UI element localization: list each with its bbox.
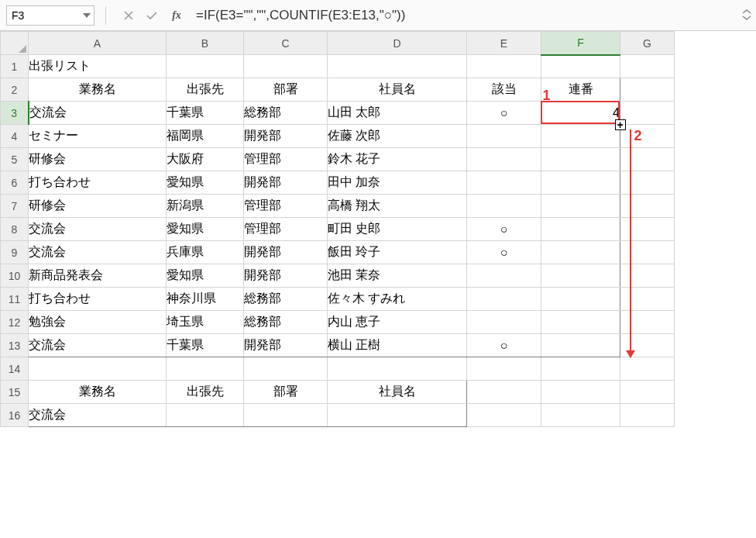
cell-F12[interactable] [541,311,620,334]
cell-F8[interactable] [541,218,620,241]
cell-A10[interactable]: 新商品発表会 [29,264,167,288]
formula-input[interactable]: =IF(E3="","",COUNTIF(E3:E13,"○")) [193,6,756,25]
cell-G9[interactable] [620,241,675,264]
cell-G11[interactable] [620,288,675,311]
column-header-C[interactable]: C [244,32,328,55]
cell-A7[interactable]: 研修会 [29,195,167,218]
cell-C13[interactable]: 開発部 [244,334,328,357]
cell-C2[interactable]: 部署 [244,78,328,102]
cell-E3[interactable]: ○ [467,102,541,125]
cell-B5[interactable]: 大阪府 [167,148,244,171]
cell-E9[interactable]: ○ [467,241,541,264]
row-header-11[interactable]: 11 [1,288,29,311]
cell-A8[interactable]: 交流会 [29,218,167,241]
cell-F10[interactable] [541,264,620,288]
cell-D7[interactable]: 高橋 翔太 [328,195,467,218]
cell-D5[interactable]: 鈴木 花子 [328,148,467,171]
cell-C14[interactable] [244,357,328,381]
cell-F13[interactable] [541,334,620,357]
cell-C5[interactable]: 管理部 [244,148,328,171]
row-header-10[interactable]: 10 [1,264,29,288]
row-header-8[interactable]: 8 [1,218,29,241]
cell-C3[interactable]: 総務部 [244,102,328,125]
cell-B11[interactable]: 神奈川県 [167,288,244,311]
cell-D2[interactable]: 社員名 [328,78,467,102]
cell-D13[interactable]: 横山 正樹 [328,334,467,357]
enter-icon[interactable] [143,7,160,24]
cell-E8[interactable]: ○ [467,218,541,241]
cell-F4[interactable] [541,125,620,148]
cell-F3[interactable]: 4 [541,102,620,125]
cell-D8[interactable]: 町田 史郎 [328,218,467,241]
cell-D15[interactable]: 社員名 [328,381,467,404]
cell-F11[interactable] [541,288,620,311]
cell-B13[interactable]: 千葉県 [167,334,244,357]
cell-G15[interactable] [620,381,675,404]
cell-C10[interactable]: 開発部 [244,264,328,288]
cell-F16[interactable] [541,404,620,427]
cell-D4[interactable]: 佐藤 次郎 [328,125,467,148]
cell-F15[interactable] [541,381,620,404]
fx-icon[interactable]: fx [168,7,185,24]
expand-formula-bar-icon[interactable] [742,9,751,22]
cell-F7[interactable] [541,195,620,218]
cell-G12[interactable] [620,311,675,334]
cell-E13[interactable]: ○ [467,334,541,357]
cell-A14[interactable] [29,357,167,381]
cell-F6[interactable] [541,171,620,195]
cell-C1[interactable] [244,55,328,78]
cell-D10[interactable]: 池田 茉奈 [328,264,467,288]
cell-D6[interactable]: 田中 加奈 [328,171,467,195]
cell-A4[interactable]: セミナー [29,125,167,148]
cell-E1[interactable] [467,55,541,78]
row-header-15[interactable]: 15 [1,381,29,404]
spreadsheet-grid[interactable]: ABCDEFG1出張リスト2業務名出張先部署社員名該当連番3交流会千葉県総務部山… [0,31,675,427]
cell-E5[interactable] [467,148,541,171]
cell-C12[interactable]: 総務部 [244,311,328,334]
cell-F1[interactable] [541,55,620,78]
row-header-14[interactable]: 14 [1,357,29,381]
cell-G5[interactable] [620,148,675,171]
cell-E7[interactable] [467,195,541,218]
cell-F14[interactable] [541,357,620,381]
row-header-9[interactable]: 9 [1,241,29,264]
cell-G14[interactable] [620,357,675,381]
cell-C15[interactable]: 部署 [244,381,328,404]
row-header-4[interactable]: 4 [1,125,29,148]
column-header-G[interactable]: G [620,32,675,55]
cell-E16[interactable] [467,404,541,427]
cell-G8[interactable] [620,218,675,241]
cell-B10[interactable]: 愛知県 [167,264,244,288]
cell-B12[interactable]: 埼玉県 [167,311,244,334]
fill-handle[interactable]: + [615,119,626,130]
cell-D9[interactable]: 飯田 玲子 [328,241,467,264]
cell-A6[interactable]: 打ち合わせ [29,171,167,195]
cell-B6[interactable]: 愛知県 [167,171,244,195]
cell-A3[interactable]: 交流会 [29,102,167,125]
cell-G3[interactable] [620,102,675,125]
row-header-5[interactable]: 5 [1,148,29,171]
row-header-7[interactable]: 7 [1,195,29,218]
cell-E12[interactable] [467,311,541,334]
cell-A16[interactable]: 交流会 [29,404,167,427]
cell-B9[interactable]: 兵庫県 [167,241,244,264]
cell-B16[interactable] [167,404,244,427]
name-box-dropdown[interactable] [80,6,94,25]
cell-B1[interactable] [167,55,244,78]
cell-C9[interactable]: 開発部 [244,241,328,264]
cell-E6[interactable] [467,171,541,195]
cell-C7[interactable]: 管理部 [244,195,328,218]
cell-A13[interactable]: 交流会 [29,334,167,357]
row-header-12[interactable]: 12 [1,311,29,334]
cell-A11[interactable]: 打ち合わせ [29,288,167,311]
cell-B14[interactable] [167,357,244,381]
cell-D3[interactable]: 山田 太郎 [328,102,467,125]
cell-B15[interactable]: 出張先 [167,381,244,404]
name-box[interactable] [7,8,80,23]
cell-D14[interactable] [328,357,467,381]
row-header-1[interactable]: 1 [1,55,29,78]
cell-A12[interactable]: 勉強会 [29,311,167,334]
cell-A15[interactable]: 業務名 [29,381,167,404]
cell-B3[interactable]: 千葉県 [167,102,244,125]
cell-B8[interactable]: 愛知県 [167,218,244,241]
